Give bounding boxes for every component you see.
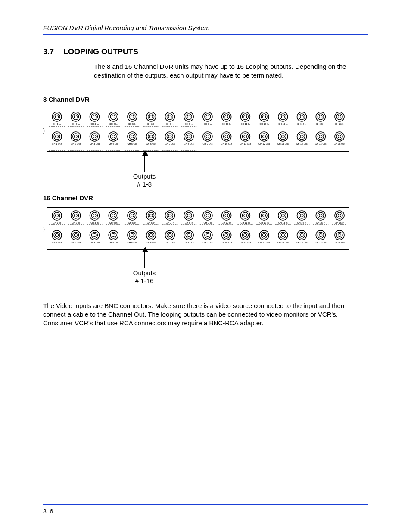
bnc-out-label: CH 9 Out [202, 241, 212, 244]
panel16-callout-line2: # 1-16 [135, 277, 154, 284]
svg-point-92 [244, 135, 247, 138]
bnc-out-label: CH 6 Out [146, 241, 156, 244]
section-title: LOOPING OUTPUTS [63, 47, 138, 56]
svg-point-140 [168, 214, 171, 217]
svg-point-25 [184, 112, 193, 121]
bnc-in-label: CH 3 In [90, 123, 99, 125]
bnc-in-label: CH 7 In [166, 221, 174, 224]
panel16-callout: Outputs # 1-16 [118, 248, 170, 285]
svg-point-38 [261, 114, 267, 120]
svg-point-48 [319, 115, 322, 118]
header-rule [43, 34, 368, 35]
bnc-out-label: CH 7 Out [165, 143, 175, 145]
bnc-out-label: CH 16 Out [334, 143, 345, 145]
svg-point-186 [56, 233, 59, 236]
panel16-diagram: )CH 1 InCH 2 InCH 3 InCH 4 InCH 5 InCH 6… [43, 207, 368, 250]
svg-point-122 [56, 214, 59, 217]
bnc-in-label: CH 8 In [185, 221, 193, 224]
bnc-in-label: CH 5 In [128, 221, 137, 224]
bnc-in-label: CH 1 In [53, 123, 61, 125]
panel16-callout-line1: Outputs [133, 269, 156, 277]
svg-point-151 [242, 212, 248, 218]
bnc-in-label: CH 11 In [240, 221, 250, 224]
svg-point-50 [336, 114, 342, 120]
svg-point-230 [336, 232, 342, 238]
svg-point-206 [186, 232, 192, 238]
svg-point-157 [280, 212, 286, 218]
svg-point-30 [206, 115, 209, 118]
svg-point-149 [225, 214, 228, 217]
panel8-svg: )CH 1 InCH 2 InCH 3 InCH 4 InCH 5 InCH 6… [43, 108, 353, 156]
svg-point-210 [206, 233, 209, 236]
svg-point-143 [187, 214, 190, 217]
svg-point-71 [112, 135, 115, 138]
svg-point-98 [281, 135, 284, 138]
svg-point-91 [242, 134, 248, 140]
svg-point-94 [261, 134, 267, 140]
svg-point-37 [259, 112, 269, 121]
svg-point-218 [261, 232, 267, 238]
svg-point-160 [299, 212, 305, 218]
bnc-in-label: CH 15 In [316, 123, 325, 125]
bnc-in-label: CH 3 In [90, 221, 99, 224]
svg-point-130 [110, 212, 116, 218]
svg-point-44 [299, 114, 305, 120]
bnc-in-label: CH 10 In [222, 123, 231, 125]
svg-point-17 [129, 114, 135, 120]
bnc-out-label: CH 10 Out [221, 241, 232, 244]
svg-point-81 [184, 132, 193, 141]
svg-point-100 [299, 134, 305, 140]
bnc-out-label: CH 15 Out [315, 241, 326, 244]
bnc-in-label: CH 12 In [259, 221, 269, 224]
svg-point-188 [73, 232, 79, 238]
svg-point-67 [91, 134, 97, 140]
svg-point-226 [316, 230, 325, 240]
bnc-in-label: CH 2 In [72, 123, 80, 125]
svg-point-15 [112, 115, 115, 118]
svg-point-189 [74, 233, 77, 236]
svg-point-216 [244, 233, 247, 236]
svg-point-202 [165, 230, 174, 240]
panel8-callout-line2: # 1-8 [137, 180, 152, 188]
svg-point-62 [56, 135, 59, 138]
svg-point-28 [203, 112, 212, 121]
bnc-in-label: CH 16 In [335, 123, 344, 125]
svg-point-134 [131, 214, 134, 217]
bnc-out-label: CH 8 Out [184, 143, 194, 145]
svg-point-76 [148, 134, 154, 140]
svg-point-231 [338, 233, 341, 236]
svg-point-191 [91, 232, 97, 238]
bnc-out-label: CH 15 Out [315, 143, 326, 145]
svg-point-158 [281, 214, 284, 217]
svg-point-221 [280, 232, 286, 238]
svg-point-101 [300, 135, 303, 138]
bnc-out-label: CH 9 Out [202, 143, 212, 145]
svg-point-195 [112, 233, 115, 236]
svg-point-200 [148, 232, 154, 238]
bnc-out-label: CH 14 Out [296, 241, 308, 244]
bnc-in-label: CH 9 In [204, 123, 212, 125]
svg-point-29 [205, 114, 211, 120]
svg-point-65 [74, 135, 77, 138]
svg-point-139 [167, 212, 173, 218]
svg-point-85 [205, 134, 211, 140]
svg-point-131 [112, 214, 115, 217]
bnc-in-label: CH 14 In [297, 221, 307, 224]
svg-point-35 [242, 114, 248, 120]
svg-point-22 [165, 112, 174, 121]
svg-point-93 [259, 132, 269, 141]
svg-point-18 [131, 115, 134, 118]
svg-point-68 [93, 135, 96, 138]
svg-point-49 [335, 112, 344, 121]
bnc-in-label: CH 4 In [109, 123, 118, 125]
svg-point-154 [261, 212, 267, 218]
bnc-out-label: CH 2 Out [71, 143, 81, 145]
svg-point-192 [93, 233, 96, 236]
bnc-out-label: CH 12 Out [258, 143, 270, 145]
bnc-in-label: CH 4 In [109, 221, 118, 224]
svg-point-164 [319, 214, 322, 217]
bnc-out-label: CH 13 Out [277, 143, 289, 145]
bnc-in-label: CH 8 In [185, 123, 193, 125]
svg-point-163 [318, 212, 324, 218]
svg-point-82 [186, 134, 192, 140]
